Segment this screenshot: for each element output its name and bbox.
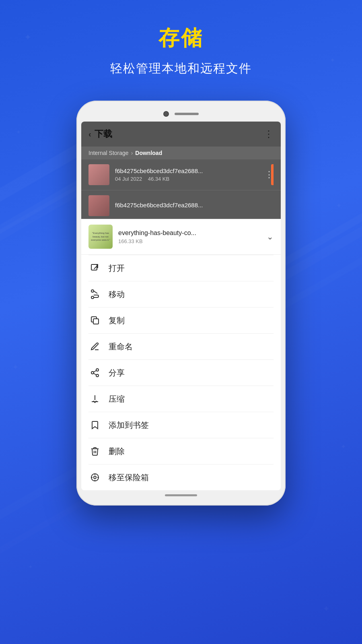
menu-item-vault[interactable]: 移至保险箱 [81, 464, 281, 490]
phone-speaker [175, 113, 199, 115]
copy-icon [89, 315, 101, 326]
selected-file-name: everything-has-beauty-co... [118, 229, 261, 237]
breadcrumb-sep: › [131, 150, 133, 156]
vault-icon [89, 472, 101, 483]
fm-title: 下载 [95, 128, 112, 140]
menu-item-share[interactable]: 分享 [81, 360, 281, 386]
file-size-1: 46.34 KB [148, 176, 170, 182]
back-icon[interactable]: ‹ [88, 130, 91, 139]
svg-point-2 [91, 290, 94, 292]
svg-point-5 [91, 372, 94, 374]
phone-mockup: ‹ 下载 ⋮ Internal Storage › Download f6b42… [76, 101, 286, 506]
svg-line-8 [94, 371, 97, 372]
breadcrumb-current: Download [135, 150, 162, 156]
selected-file-thumb-inner: "Everything has beauty, but not everyone… [88, 225, 113, 249]
chevron-down-icon[interactable]: ⌄ [267, 232, 274, 242]
svg-point-6 [96, 374, 99, 377]
selected-file-thumb: "Everything has beauty, but not everyone… [88, 225, 113, 249]
menu-label-share: 分享 [109, 367, 125, 378]
selected-file-size: 166.33 KB [118, 238, 261, 244]
svg-line-7 [94, 374, 97, 375]
cut-icon [89, 289, 101, 300]
file-thumb-1 [88, 164, 109, 185]
orange-bar [271, 164, 274, 185]
menu-label-rename: 重命名 [109, 341, 133, 352]
menu-item-rename[interactable]: 重命名 [81, 334, 281, 359]
file-date-1: 04 Jul 2022 [115, 176, 142, 182]
svg-point-10 [94, 476, 96, 479]
phone-camera [163, 111, 169, 117]
menu-label-compress: 压缩 [109, 394, 125, 405]
context-menu: 打开 移动 [81, 255, 281, 490]
file-name-2: f6b4275cbe6bced3dcf7ea2688... [115, 202, 274, 208]
breadcrumb-root[interactable]: Internal Storage [88, 150, 129, 156]
menu-item-move[interactable]: 移动 [81, 281, 281, 307]
menu-label-move: 移动 [109, 289, 125, 300]
file-item-1[interactable]: f6b4275cbe6bced3dcf7ea2688... 04 Jul 202… [81, 159, 281, 190]
menu-item-delete[interactable]: 删除 [81, 438, 281, 464]
compress-icon [89, 393, 101, 405]
delete-icon [89, 446, 101, 457]
thumb-text: "Everything has beauty, but not everyone… [90, 231, 111, 242]
menu-label-open: 打开 [109, 263, 125, 274]
phone-camera-area [81, 108, 281, 122]
fm-header: ‹ 下载 ⋮ [81, 122, 281, 147]
menu-item-compress[interactable]: 压缩 [81, 386, 281, 412]
selected-file-card[interactable]: "Everything has beauty, but not everyone… [81, 219, 281, 255]
svg-point-4 [96, 369, 99, 371]
open-icon [89, 262, 101, 274]
fm-file-list: f6b4275cbe6bced3dcf7ea2688... 04 Jul 202… [81, 159, 281, 219]
file-info-2: f6b4275cbe6bced3dcf7ea2688... [115, 202, 274, 210]
file-meta-1: 04 Jul 2022 46.34 KB [115, 176, 259, 182]
bookmark-icon [89, 419, 101, 431]
page-subtitle: 轻松管理本地和远程文件 [0, 60, 362, 77]
menu-label-copy: 复制 [109, 315, 125, 326]
selected-file-info: everything-has-beauty-co... 166.33 KB [118, 229, 261, 244]
fm-breadcrumb: Internal Storage › Download [81, 147, 281, 159]
page-title: 存储 [0, 24, 362, 52]
header-area: 存储 轻松管理本地和远程文件 [0, 0, 362, 77]
file-item-2[interactable]: f6b4275cbe6bced3dcf7ea2688... [81, 190, 281, 219]
menu-label-vault: 移至保险箱 [109, 472, 149, 483]
phone-screen: ‹ 下载 ⋮ Internal Storage › Download f6b42… [81, 122, 281, 490]
menu-label-bookmark: 添加到书签 [109, 420, 149, 431]
menu-item-open[interactable]: 打开 [81, 255, 281, 281]
file-name-1: f6b4275cbe6bced3dcf7ea2688... [115, 167, 259, 174]
menu-item-bookmark[interactable]: 添加到书签 [81, 412, 281, 438]
svg-rect-3 [93, 319, 99, 324]
menu-item-copy[interactable]: 复制 [81, 308, 281, 333]
svg-point-1 [91, 296, 94, 299]
share-icon [89, 367, 101, 378]
fm-header-left: ‹ 下载 [88, 128, 112, 140]
fm-more-icon[interactable]: ⋮ [264, 128, 274, 140]
phone-outer: ‹ 下载 ⋮ Internal Storage › Download f6b42… [76, 101, 286, 506]
phone-home-bar [81, 490, 281, 498]
menu-label-delete: 删除 [109, 446, 125, 457]
rename-icon [89, 341, 101, 352]
file-info-1: f6b4275cbe6bced3dcf7ea2688... 04 Jul 202… [115, 167, 259, 182]
file-thumb-2 [88, 195, 109, 216]
phone-home-pill [165, 494, 197, 496]
